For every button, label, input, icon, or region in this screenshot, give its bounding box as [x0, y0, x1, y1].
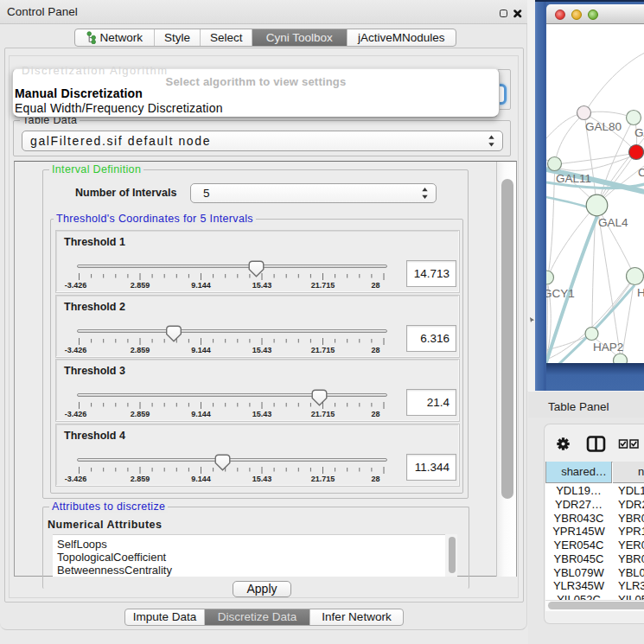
svg-text:GAL4: GAL4 — [598, 216, 628, 229]
svg-text:GCY1: GCY1 — [546, 287, 575, 300]
svg-text:H: H — [637, 286, 644, 299]
svg-text:C: C — [638, 166, 644, 179]
svg-text:GA: GA — [634, 126, 644, 139]
svg-text:HAP2: HAP2 — [593, 341, 623, 354]
svg-text:GAL80: GAL80 — [585, 120, 622, 133]
svg-text:GAL11: GAL11 — [556, 172, 591, 185]
